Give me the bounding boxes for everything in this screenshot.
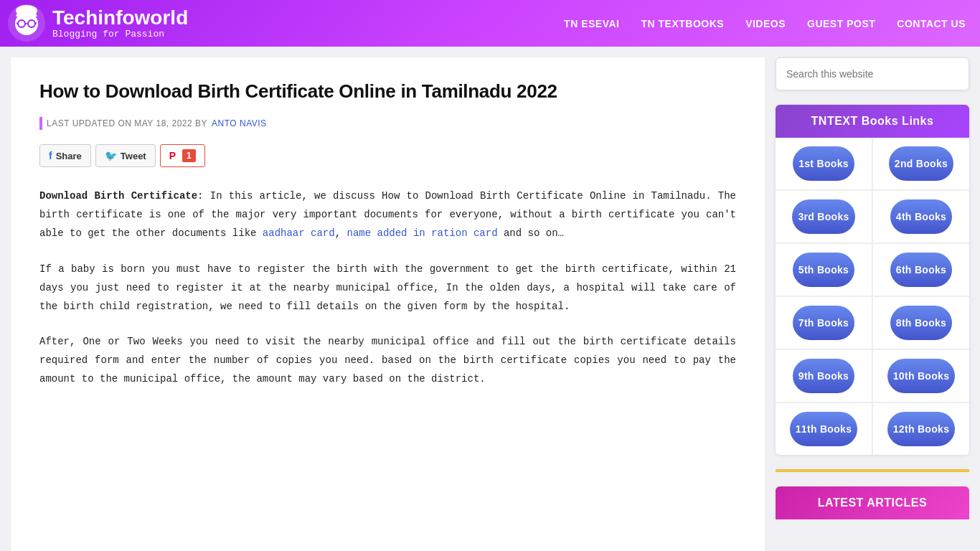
site-header: Techinfoworld Blogging for Passion TN ES…: [0, 0, 980, 47]
site-tagline: Blogging for Passion: [52, 29, 188, 39]
book-btn-9th[interactable]: 9th Books: [793, 359, 854, 393]
book-btn-12th[interactable]: 12th Books: [887, 412, 955, 446]
book-btn-8th[interactable]: 8th Books: [890, 306, 952, 340]
nav-item-guest-post[interactable]: GUEST POST: [807, 18, 875, 29]
pinterest-count: 1: [182, 149, 196, 162]
book-cell-6: 6th Books: [873, 244, 969, 296]
ration-card-link[interactable]: name added in ration card: [347, 227, 498, 239]
book-cell-12: 12th Books: [873, 403, 969, 455]
book-cell-7: 7th Books: [776, 297, 872, 349]
book-btn-4th[interactable]: 4th Books: [890, 199, 952, 234]
twitter-icon: 🐦: [105, 150, 117, 161]
facebook-icon: f: [49, 150, 52, 161]
nav-item-videos[interactable]: VIDEOS: [745, 18, 786, 29]
book-btn-10th[interactable]: 10th Books: [887, 359, 955, 393]
svg-line-7: [35, 23, 37, 24]
book-cell-10: 10th Books: [873, 350, 969, 402]
book-btn-7th[interactable]: 7th Books: [793, 306, 854, 340]
book-btn-2nd[interactable]: 2nd Books: [889, 146, 953, 181]
article-body: Download Birth Certificate: In this arti…: [39, 187, 736, 389]
book-btn-11th[interactable]: 11th Books: [790, 412, 857, 446]
pinterest-share-button[interactable]: P 1: [160, 144, 205, 167]
aadhaar-link[interactable]: aadhaar card: [263, 227, 335, 239]
meta-author[interactable]: ANTO NAVIS: [212, 118, 267, 128]
pinterest-icon: P: [169, 150, 176, 161]
book-btn-1st[interactable]: 1st Books: [793, 146, 854, 181]
book-cell-1: 1st Books: [776, 138, 872, 189]
book-cell-2: 2nd Books: [873, 138, 969, 189]
meta-bar: [39, 117, 42, 130]
page-container: How to Download Birth Certificate Online…: [0, 47, 980, 551]
site-title: Techinfoworld: [52, 7, 188, 29]
book-cell-5: 5th Books: [776, 244, 872, 296]
article-paragraph-2: If a baby is born you must have to regis…: [39, 260, 736, 316]
book-cell-3: 3rd Books: [776, 191, 872, 242]
logo-area: Techinfoworld Blogging for Passion: [7, 4, 188, 43]
share-label: Share: [56, 151, 82, 161]
logo-icon: [7, 4, 47, 43]
sidebar: TNTEXT Books Links 1st Books 2nd Books 3…: [765, 47, 980, 551]
search-box: [776, 57, 969, 90]
logo-text: Techinfoworld Blogging for Passion: [52, 7, 188, 40]
svg-line-6: [17, 23, 18, 24]
social-buttons: f Share 🐦 Tweet P 1: [39, 144, 736, 167]
tweet-label: Tweet: [121, 151, 146, 161]
book-cell-4: 4th Books: [873, 191, 969, 242]
main-content: How to Download Birth Certificate Online…: [11, 57, 765, 551]
search-input[interactable]: [786, 64, 958, 84]
article-meta: LAST UPDATED ON MAY 18, 2022 BY ANTO NAV…: [39, 117, 736, 130]
books-grid: 1st Books 2nd Books 3rd Books 4th Books …: [776, 138, 969, 455]
twitter-share-button[interactable]: 🐦 Tweet: [95, 144, 156, 167]
article-paragraph-1: Download Birth Certificate: In this arti…: [39, 187, 736, 243]
book-btn-3rd[interactable]: 3rd Books: [792, 199, 854, 234]
book-cell-9: 9th Books: [776, 350, 872, 402]
book-cell-11: 11th Books: [776, 403, 872, 455]
book-btn-5th[interactable]: 5th Books: [793, 253, 854, 287]
nav-item-tn-esevai[interactable]: TN ESEVAI: [564, 18, 619, 29]
nav-item-contact-us[interactable]: CONTACT US: [897, 18, 966, 29]
bold-intro: Download Birth Certificate: [39, 190, 197, 202]
meta-updated: LAST UPDATED ON MAY 18, 2022 BY: [47, 118, 207, 128]
latest-articles-divider: [776, 469, 969, 472]
latest-articles-header: LATEST ARTICLES: [776, 486, 969, 519]
main-nav: TN ESEVAI TN TEXTBOOKS VIDEOS GUEST POST…: [564, 18, 966, 29]
book-cell-8: 8th Books: [873, 297, 969, 349]
article-title: How to Download Birth Certificate Online…: [39, 79, 736, 104]
book-btn-6th[interactable]: 6th Books: [890, 253, 952, 287]
facebook-share-button[interactable]: f Share: [39, 144, 91, 167]
article-paragraph-3: After, One or Two Weeks you need to visi…: [39, 333, 736, 389]
books-widget: TNTEXT Books Links 1st Books 2nd Books 3…: [776, 105, 969, 455]
books-widget-title: TNTEXT Books Links: [776, 105, 969, 138]
nav-item-tn-textbooks[interactable]: TN TEXTBOOKS: [641, 18, 724, 29]
